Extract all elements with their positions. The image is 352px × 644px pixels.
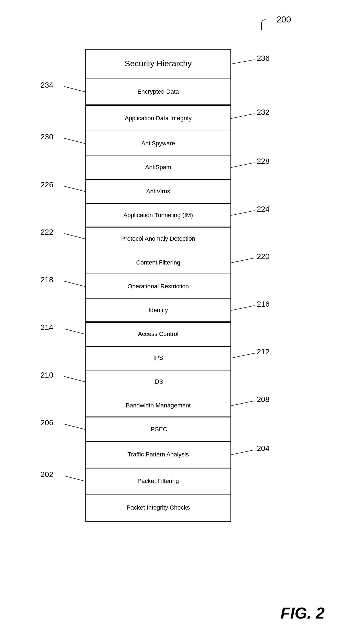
ref-218-label: 218 xyxy=(41,275,53,284)
svg-line-8 xyxy=(231,60,255,64)
antispam-text: AntiSpam xyxy=(145,164,171,171)
ref-208-label: 208 xyxy=(257,395,270,404)
ref-216-label: 216 xyxy=(257,300,270,308)
access-control-text: Access Control xyxy=(138,330,178,337)
packet-filtering-text: Packet Filtering xyxy=(137,478,179,484)
application-tunneling-text: Application Tunneling (IM) xyxy=(123,212,193,219)
ref-232-label: 232 xyxy=(257,108,270,116)
application-data-integrity-text: Application Data Integrity xyxy=(125,115,192,122)
svg-line-19 xyxy=(64,186,86,192)
antispyware-text: AntiSpyware xyxy=(141,140,175,147)
ref-204-label: 204 xyxy=(257,444,270,453)
protocol-anomaly-detection-text: Protocol Anomaly Detection xyxy=(121,235,195,242)
ref-200-label: 200 xyxy=(276,15,291,24)
svg-line-22 xyxy=(64,329,86,334)
ref-202-label: 202 xyxy=(41,470,53,479)
svg-line-9 xyxy=(231,114,255,119)
ref-234-label: 234 xyxy=(41,81,53,89)
content-filtering-text: Content Filtering xyxy=(136,259,180,266)
svg-line-12 xyxy=(231,258,255,263)
svg-line-15 xyxy=(231,401,255,406)
svg-line-23 xyxy=(64,376,86,382)
ref-214-label: 214 xyxy=(41,323,53,332)
page: 200 Security Hierarchy Encrypted Data Ap… xyxy=(0,0,352,644)
ref-230-label: 230 xyxy=(41,133,53,141)
svg-line-20 xyxy=(64,234,86,239)
svg-line-18 xyxy=(64,138,86,144)
ref-226-label: 226 xyxy=(41,180,53,189)
operational-restriction-text: Operational Restriction xyxy=(128,283,189,290)
ref-206-label: 206 xyxy=(41,418,53,427)
svg-line-13 xyxy=(231,306,255,311)
ids-text: IDS xyxy=(153,378,163,385)
security-hierarchy-text: Security Hierarchy xyxy=(125,59,192,68)
ref-220-label: 220 xyxy=(257,252,270,261)
encrypted-data-text: Encrypted Data xyxy=(137,88,179,95)
ref-210-label: 210 xyxy=(41,371,53,379)
bandwidth-management-text: Bandwidth Management xyxy=(126,402,191,409)
packet-integrity-checks-text: Packet Integrity Checks xyxy=(126,504,190,511)
ips-text: IPS xyxy=(153,354,163,361)
traffic-pattern-analysis-text: Traffic Pattern Analysis xyxy=(128,451,189,458)
figure-label: FIG. 2 xyxy=(281,604,325,622)
ref-228-label: 228 xyxy=(257,157,270,165)
svg-line-11 xyxy=(231,211,255,215)
ref-212-label: 212 xyxy=(257,347,270,356)
diagram-svg: 200 Security Hierarchy Encrypted Data Ap… xyxy=(0,0,352,602)
ref-222-label: 222 xyxy=(41,228,53,236)
ipsec-text: IPSEC xyxy=(149,426,167,433)
identity-text: Identity xyxy=(149,307,168,314)
svg-line-10 xyxy=(231,163,255,168)
ref-224-label: 224 xyxy=(257,205,270,213)
antivirus-text: AntiVirus xyxy=(146,188,170,195)
svg-line-16 xyxy=(231,450,255,455)
ref-236-label: 236 xyxy=(257,54,270,62)
svg-line-21 xyxy=(64,281,86,287)
svg-line-25 xyxy=(64,476,86,481)
svg-line-17 xyxy=(64,87,86,92)
svg-line-14 xyxy=(231,353,255,358)
svg-line-24 xyxy=(64,424,86,430)
